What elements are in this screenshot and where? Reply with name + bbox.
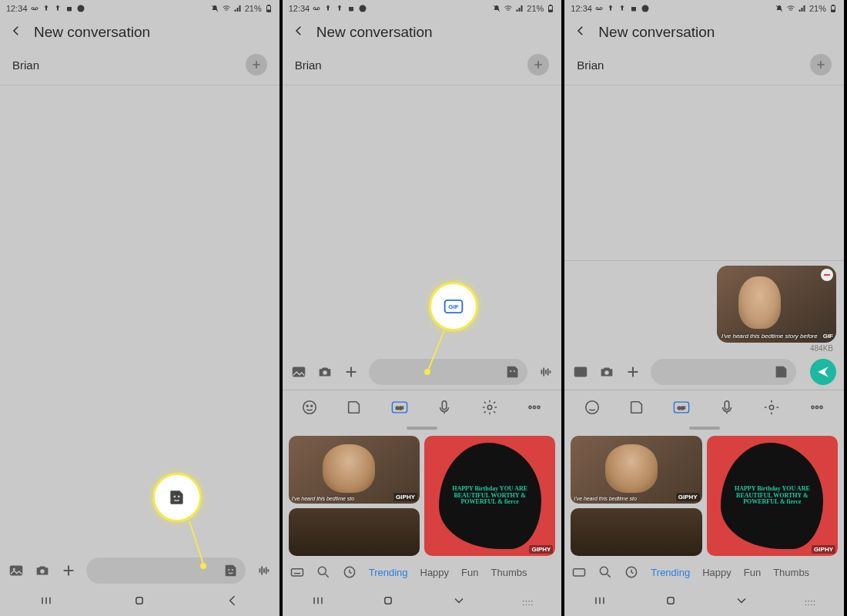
gif-tab[interactable]: GIF <box>390 397 410 417</box>
message-input[interactable] <box>651 359 796 385</box>
keyboard-handle[interactable] <box>407 427 437 430</box>
back-icon[interactable] <box>574 24 588 41</box>
gif-cat-thumbs[interactable]: Thumbs <box>770 567 812 578</box>
mute-icon <box>492 4 501 13</box>
status-time: 12:34 <box>289 4 310 13</box>
svg-point-60 <box>601 567 608 574</box>
gif-result-3[interactable] <box>571 508 701 556</box>
plus-icon[interactable] <box>60 562 77 579</box>
voicemail-icon <box>30 4 39 13</box>
nav-keyboard-hide[interactable] <box>451 593 467 611</box>
page-title: New conversation <box>316 24 433 41</box>
gallery-icon[interactable] <box>8 562 25 579</box>
svg-point-36 <box>533 406 535 408</box>
input-bar <box>0 553 280 588</box>
more-tab[interactable] <box>807 397 827 417</box>
gif-result-1[interactable]: I've heard this bedtime sto GIPHY <box>289 436 420 504</box>
camera-icon[interactable] <box>316 363 333 380</box>
plus-icon[interactable] <box>343 363 360 380</box>
add-recipient-button[interactable] <box>810 54 832 75</box>
gif-cat-thumbs[interactable]: Thumbs <box>487 567 530 578</box>
recipient-name[interactable]: Brian <box>12 59 39 72</box>
emoji-tab[interactable] <box>582 397 602 417</box>
gif-result-1[interactable]: I've heard this bedtime sto GIPHY <box>571 436 701 504</box>
nav-home[interactable] <box>663 593 678 611</box>
sticker-icon[interactable] <box>773 363 790 380</box>
add-recipient-button[interactable] <box>246 54 267 75</box>
add-recipient-button[interactable] <box>527 54 549 75</box>
voice-icon[interactable] <box>537 363 554 380</box>
keyboard-switch-icon[interactable]: :::: <box>805 598 816 607</box>
nav-home[interactable] <box>380 593 396 611</box>
back-icon[interactable] <box>9 24 23 41</box>
settings-tab[interactable] <box>480 397 500 417</box>
remove-attachment-icon[interactable] <box>821 269 833 281</box>
keyboard-icon[interactable] <box>569 564 589 580</box>
sticker-tab[interactable] <box>627 397 647 417</box>
attached-gif[interactable]: I've heard this bedtime story before GIF <box>717 266 836 343</box>
recent-icon[interactable] <box>621 564 641 580</box>
signal-icon <box>233 4 243 13</box>
message-input[interactable] <box>369 359 528 385</box>
sticker-icon[interactable] <box>223 562 239 579</box>
gif-result-2[interactable]: HAPPY Birthday YOU ARE BEAUTIFUL WORTHY … <box>707 436 838 556</box>
gif-cat-trending[interactable]: Trending <box>648 567 693 578</box>
android-nav-bar: :::: <box>283 588 562 616</box>
recipient-row: Brian <box>564 48 844 85</box>
voicemail-icon <box>594 4 604 13</box>
gallery-icon[interactable] <box>572 363 589 380</box>
input-bar <box>564 354 844 390</box>
gif-result-2[interactable]: HAPPY Birthday YOU ARE BEAUTIFUL WORTHY … <box>424 436 555 556</box>
gallery-icon[interactable] <box>290 363 307 380</box>
svg-rect-20 <box>550 5 551 6</box>
nav-back[interactable] <box>225 593 240 611</box>
recent-icon[interactable] <box>340 564 360 580</box>
message-input[interactable] <box>86 557 246 584</box>
nav-recents[interactable] <box>38 593 54 611</box>
gif-result-3[interactable] <box>289 508 420 556</box>
android-icon <box>629 4 638 13</box>
app-header: New conversation <box>0 17 280 48</box>
nav-recents[interactable] <box>592 593 608 611</box>
voice-icon[interactable] <box>255 562 272 579</box>
camera-icon[interactable] <box>34 562 51 579</box>
search-icon[interactable] <box>313 564 333 580</box>
gif-cat-happy[interactable]: Happy <box>699 567 735 578</box>
camera-icon[interactable] <box>598 363 615 380</box>
sticker-icon[interactable] <box>504 363 521 380</box>
nav-home[interactable] <box>132 593 147 611</box>
mic-tab[interactable] <box>434 397 454 417</box>
keyboard-switch-icon[interactable]: :::: <box>522 598 534 607</box>
recipient-name[interactable]: Brian <box>295 59 322 72</box>
signal-icon <box>798 4 807 13</box>
sticker-tab[interactable] <box>344 397 364 417</box>
nav-keyboard-hide[interactable] <box>734 593 749 611</box>
svg-point-35 <box>529 406 531 408</box>
more-tab[interactable] <box>524 397 544 417</box>
nav-recents[interactable] <box>310 593 326 611</box>
svg-rect-6 <box>267 10 270 12</box>
settings-tab[interactable] <box>762 397 782 417</box>
upload-icon <box>335 4 344 13</box>
giphy-badge: GIPHY <box>393 493 417 501</box>
recipient-row: Brian <box>283 48 562 85</box>
gif-cat-happy[interactable]: Happy <box>417 567 453 578</box>
send-button[interactable] <box>810 359 836 385</box>
conversation-body <box>564 85 844 260</box>
gif-tab[interactable]: GIF <box>671 397 691 417</box>
gif-cat-trending[interactable]: Trending <box>366 567 411 578</box>
emoji-tab[interactable] <box>300 397 320 417</box>
gif-cat-fun[interactable]: Fun <box>458 567 481 578</box>
upload-icon <box>618 4 627 13</box>
attachment-preview: I've heard this bedtime story before GIF… <box>564 261 844 354</box>
plus-icon[interactable] <box>624 363 641 380</box>
gif-cat-fun[interactable]: Fun <box>741 567 764 578</box>
keyboard-icon[interactable] <box>287 564 307 580</box>
keyboard-handle[interactable] <box>689 427 720 430</box>
search-icon[interactable] <box>595 564 615 580</box>
back-icon[interactable] <box>292 24 306 41</box>
svg-point-30 <box>311 405 313 407</box>
mic-tab[interactable] <box>717 397 737 417</box>
gif-grid: I've heard this bedtime sto GIPHY HAPPY … <box>283 431 562 556</box>
recipient-name[interactable]: Brian <box>577 59 604 72</box>
